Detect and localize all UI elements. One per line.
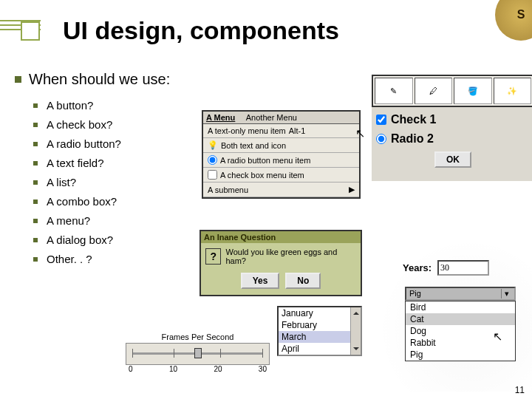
slider-tick-label: 20 — [214, 365, 222, 373]
bullet-list: A button? A check box? A radio button? A… — [33, 96, 121, 269]
bullet-icon — [33, 103, 38, 108]
bullet-icon — [33, 142, 38, 146]
question-icon: ? — [205, 248, 221, 265]
list-item: A radio button? — [47, 134, 121, 154]
list-item[interactable]: January — [279, 307, 361, 319]
menu-item[interactable]: 💡 Both text and icon — [203, 138, 359, 153]
list-item: A dialog box? — [47, 231, 113, 250]
radio-icon[interactable] — [208, 155, 217, 165]
dialog-example: An Inane Question ? Would you like green… — [200, 230, 362, 296]
shortcut-label: Alt-1 — [289, 126, 306, 135]
dialog-message: Would you like green eggs and ham? — [225, 248, 356, 265]
bucket-tool-icon[interactable]: 🪣 — [454, 78, 492, 104]
chevron-down-icon[interactable]: ▾ — [501, 289, 511, 299]
bullet-icon — [33, 257, 38, 262]
slider-tick-label: 0 — [129, 365, 133, 373]
list-item: A check box? — [47, 115, 112, 134]
list-item: Other. . ? — [47, 250, 92, 269]
radio-label: Radio 2 — [391, 132, 434, 146]
cursor-icon: ↖ — [493, 330, 502, 344]
menu-item-radio[interactable]: A radio button menu item — [203, 153, 359, 168]
lightbulb-icon: 💡 — [208, 140, 218, 150]
list-item-selected[interactable]: March — [279, 331, 361, 343]
bullet-icon — [33, 238, 38, 242]
dialog-title: An Inane Question — [201, 231, 361, 243]
menu-item[interactable]: A text-only menu item Alt-1 — [203, 124, 359, 138]
list-item: A combo box? — [47, 192, 117, 211]
list-item: A menu? — [47, 211, 90, 231]
list-item[interactable]: April — [279, 343, 361, 355]
list-item: A list? — [47, 173, 76, 192]
bullet-icon — [33, 200, 38, 204]
menu-example: A Menu Another Menu A text-only menu ite… — [202, 110, 361, 199]
years-label: Years: — [403, 262, 432, 273]
menu-item-check[interactable]: A check box menu item — [203, 168, 359, 183]
combo-option[interactable]: Bird — [406, 301, 515, 313]
menubar-item[interactable]: Another Menu — [246, 113, 297, 122]
page-number: 11 — [515, 385, 525, 395]
menu-item-submenu[interactable]: A submenu ▶ — [203, 183, 359, 197]
bullet-icon — [33, 219, 38, 223]
slider-tick-label: 10 — [169, 365, 177, 373]
scrollbar[interactable] — [350, 307, 361, 355]
combo-option[interactable]: Cat — [406, 313, 515, 325]
controls-panel: ✎ 🖊 🪣 ✨ Check 1 Radio 2 OK — [372, 75, 532, 181]
years-input[interactable] — [437, 260, 489, 276]
slider-track[interactable] — [126, 343, 270, 365]
chevron-right-icon: ▶ — [349, 185, 355, 194]
slider-thumb[interactable] — [194, 348, 202, 358]
slider-label: Frames Per Second — [126, 332, 270, 341]
subtitle: When should we use: — [29, 71, 170, 88]
years-field-group: Years: — [403, 260, 489, 276]
radio[interactable] — [376, 134, 386, 144]
slider-tick-label: 30 — [259, 365, 267, 373]
tool-palette: ✎ 🖊 🪣 ✨ — [372, 75, 532, 107]
slide-badge: S — [495, 0, 532, 41]
checkbox[interactable] — [376, 115, 386, 125]
bullet-icon — [33, 123, 38, 127]
combo-selected[interactable]: Pig ▾ — [405, 287, 516, 301]
list-item: A button? — [47, 96, 93, 115]
title-decoration — [0, 18, 41, 63]
no-button[interactable]: No — [285, 273, 321, 289]
bullet-icon — [33, 180, 38, 185]
bullet-icon — [15, 76, 21, 83]
combo-example[interactable]: Pig ▾ Bird Cat Dog Rabbit Pig ↖ — [405, 287, 516, 361]
ok-button[interactable]: OK — [434, 151, 471, 168]
check-label: Check 1 — [391, 113, 436, 126]
menubar[interactable]: A Menu Another Menu — [203, 112, 359, 124]
list-item: A text field? — [47, 154, 104, 173]
combo-option[interactable]: Pig — [406, 349, 515, 361]
menubar-item[interactable]: A Menu — [206, 113, 235, 122]
yes-button[interactable]: Yes — [241, 273, 280, 289]
pencil-tool-icon[interactable]: ✎ — [375, 78, 413, 104]
list-item[interactable]: February — [279, 319, 361, 331]
spray-tool-icon[interactable]: ✨ — [494, 78, 532, 104]
list-example[interactable]: January February March April — [277, 306, 362, 356]
cursor-icon: ↖ — [355, 126, 365, 140]
paint-tool-icon[interactable]: 🖊 — [415, 78, 453, 104]
slide-title: UI design, components — [63, 16, 339, 45]
bullet-icon — [33, 161, 38, 166]
slider-example: Frames Per Second 0 10 20 30 — [126, 332, 270, 373]
checkbox-icon[interactable] — [208, 170, 217, 180]
